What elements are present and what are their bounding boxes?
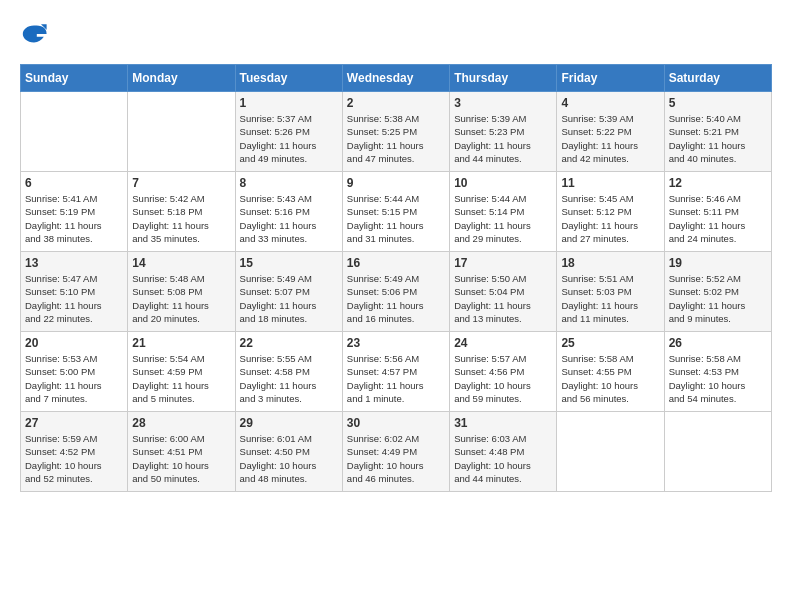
day-number: 13: [25, 256, 123, 270]
day-info: Sunrise: 5:39 AM Sunset: 5:23 PM Dayligh…: [454, 112, 552, 165]
day-number: 4: [561, 96, 659, 110]
day-number: 30: [347, 416, 445, 430]
day-info: Sunrise: 5:44 AM Sunset: 5:15 PM Dayligh…: [347, 192, 445, 245]
calendar-cell: 22Sunrise: 5:55 AM Sunset: 4:58 PM Dayli…: [235, 332, 342, 412]
day-number: 6: [25, 176, 123, 190]
calendar-cell: 24Sunrise: 5:57 AM Sunset: 4:56 PM Dayli…: [450, 332, 557, 412]
day-number: 27: [25, 416, 123, 430]
day-number: 1: [240, 96, 338, 110]
day-info: Sunrise: 5:53 AM Sunset: 5:00 PM Dayligh…: [25, 352, 123, 405]
day-info: Sunrise: 6:02 AM Sunset: 4:49 PM Dayligh…: [347, 432, 445, 485]
header-thursday: Thursday: [450, 65, 557, 92]
day-info: Sunrise: 5:39 AM Sunset: 5:22 PM Dayligh…: [561, 112, 659, 165]
logo: [20, 20, 52, 48]
calendar-cell: 21Sunrise: 5:54 AM Sunset: 4:59 PM Dayli…: [128, 332, 235, 412]
calendar-cell: 6Sunrise: 5:41 AM Sunset: 5:19 PM Daylig…: [21, 172, 128, 252]
day-number: 18: [561, 256, 659, 270]
day-info: Sunrise: 5:45 AM Sunset: 5:12 PM Dayligh…: [561, 192, 659, 245]
calendar-cell: [557, 412, 664, 492]
day-info: Sunrise: 5:58 AM Sunset: 4:53 PM Dayligh…: [669, 352, 767, 405]
header-tuesday: Tuesday: [235, 65, 342, 92]
day-number: 25: [561, 336, 659, 350]
calendar-cell: 9Sunrise: 5:44 AM Sunset: 5:15 PM Daylig…: [342, 172, 449, 252]
calendar-cell: 3Sunrise: 5:39 AM Sunset: 5:23 PM Daylig…: [450, 92, 557, 172]
day-number: 3: [454, 96, 552, 110]
day-number: 29: [240, 416, 338, 430]
calendar-week-row: 1Sunrise: 5:37 AM Sunset: 5:26 PM Daylig…: [21, 92, 772, 172]
day-info: Sunrise: 5:44 AM Sunset: 5:14 PM Dayligh…: [454, 192, 552, 245]
calendar-cell: 28Sunrise: 6:00 AM Sunset: 4:51 PM Dayli…: [128, 412, 235, 492]
calendar-table: SundayMondayTuesdayWednesdayThursdayFrid…: [20, 64, 772, 492]
day-info: Sunrise: 5:55 AM Sunset: 4:58 PM Dayligh…: [240, 352, 338, 405]
day-number: 10: [454, 176, 552, 190]
calendar-week-row: 6Sunrise: 5:41 AM Sunset: 5:19 PM Daylig…: [21, 172, 772, 252]
day-info: Sunrise: 5:58 AM Sunset: 4:55 PM Dayligh…: [561, 352, 659, 405]
day-number: 24: [454, 336, 552, 350]
calendar-cell: 1Sunrise: 5:37 AM Sunset: 5:26 PM Daylig…: [235, 92, 342, 172]
header-wednesday: Wednesday: [342, 65, 449, 92]
calendar-week-row: 13Sunrise: 5:47 AM Sunset: 5:10 PM Dayli…: [21, 252, 772, 332]
day-info: Sunrise: 5:52 AM Sunset: 5:02 PM Dayligh…: [669, 272, 767, 325]
day-info: Sunrise: 5:38 AM Sunset: 5:25 PM Dayligh…: [347, 112, 445, 165]
calendar-cell: [21, 92, 128, 172]
calendar-cell: 16Sunrise: 5:49 AM Sunset: 5:06 PM Dayli…: [342, 252, 449, 332]
logo-icon: [20, 20, 48, 48]
day-number: 11: [561, 176, 659, 190]
day-info: Sunrise: 5:37 AM Sunset: 5:26 PM Dayligh…: [240, 112, 338, 165]
calendar-week-row: 27Sunrise: 5:59 AM Sunset: 4:52 PM Dayli…: [21, 412, 772, 492]
calendar-cell: 7Sunrise: 5:42 AM Sunset: 5:18 PM Daylig…: [128, 172, 235, 252]
day-info: Sunrise: 5:41 AM Sunset: 5:19 PM Dayligh…: [25, 192, 123, 245]
calendar-header-row: SundayMondayTuesdayWednesdayThursdayFrid…: [21, 65, 772, 92]
day-info: Sunrise: 5:40 AM Sunset: 5:21 PM Dayligh…: [669, 112, 767, 165]
day-info: Sunrise: 5:57 AM Sunset: 4:56 PM Dayligh…: [454, 352, 552, 405]
day-info: Sunrise: 5:43 AM Sunset: 5:16 PM Dayligh…: [240, 192, 338, 245]
calendar-cell: 15Sunrise: 5:49 AM Sunset: 5:07 PM Dayli…: [235, 252, 342, 332]
day-info: Sunrise: 5:49 AM Sunset: 5:07 PM Dayligh…: [240, 272, 338, 325]
day-info: Sunrise: 5:49 AM Sunset: 5:06 PM Dayligh…: [347, 272, 445, 325]
calendar-cell: 19Sunrise: 5:52 AM Sunset: 5:02 PM Dayli…: [664, 252, 771, 332]
calendar-cell: 29Sunrise: 6:01 AM Sunset: 4:50 PM Dayli…: [235, 412, 342, 492]
day-info: Sunrise: 5:42 AM Sunset: 5:18 PM Dayligh…: [132, 192, 230, 245]
calendar-cell: 10Sunrise: 5:44 AM Sunset: 5:14 PM Dayli…: [450, 172, 557, 252]
day-number: 19: [669, 256, 767, 270]
calendar-cell: 30Sunrise: 6:02 AM Sunset: 4:49 PM Dayli…: [342, 412, 449, 492]
calendar-cell: 5Sunrise: 5:40 AM Sunset: 5:21 PM Daylig…: [664, 92, 771, 172]
calendar-week-row: 20Sunrise: 5:53 AM Sunset: 5:00 PM Dayli…: [21, 332, 772, 412]
day-number: 15: [240, 256, 338, 270]
day-number: 2: [347, 96, 445, 110]
day-info: Sunrise: 5:50 AM Sunset: 5:04 PM Dayligh…: [454, 272, 552, 325]
calendar-cell: 13Sunrise: 5:47 AM Sunset: 5:10 PM Dayli…: [21, 252, 128, 332]
day-info: Sunrise: 5:46 AM Sunset: 5:11 PM Dayligh…: [669, 192, 767, 245]
calendar-cell: 23Sunrise: 5:56 AM Sunset: 4:57 PM Dayli…: [342, 332, 449, 412]
day-info: Sunrise: 6:00 AM Sunset: 4:51 PM Dayligh…: [132, 432, 230, 485]
calendar-cell: 27Sunrise: 5:59 AM Sunset: 4:52 PM Dayli…: [21, 412, 128, 492]
day-number: 21: [132, 336, 230, 350]
day-number: 26: [669, 336, 767, 350]
day-number: 12: [669, 176, 767, 190]
day-number: 7: [132, 176, 230, 190]
day-number: 17: [454, 256, 552, 270]
day-info: Sunrise: 5:51 AM Sunset: 5:03 PM Dayligh…: [561, 272, 659, 325]
calendar-cell: 17Sunrise: 5:50 AM Sunset: 5:04 PM Dayli…: [450, 252, 557, 332]
calendar-cell: 2Sunrise: 5:38 AM Sunset: 5:25 PM Daylig…: [342, 92, 449, 172]
day-number: 9: [347, 176, 445, 190]
page-header: [20, 20, 772, 48]
day-info: Sunrise: 6:03 AM Sunset: 4:48 PM Dayligh…: [454, 432, 552, 485]
day-number: 20: [25, 336, 123, 350]
day-info: Sunrise: 5:56 AM Sunset: 4:57 PM Dayligh…: [347, 352, 445, 405]
day-info: Sunrise: 5:54 AM Sunset: 4:59 PM Dayligh…: [132, 352, 230, 405]
day-number: 22: [240, 336, 338, 350]
header-sunday: Sunday: [21, 65, 128, 92]
day-number: 31: [454, 416, 552, 430]
day-info: Sunrise: 5:47 AM Sunset: 5:10 PM Dayligh…: [25, 272, 123, 325]
calendar-cell: 12Sunrise: 5:46 AM Sunset: 5:11 PM Dayli…: [664, 172, 771, 252]
day-info: Sunrise: 5:59 AM Sunset: 4:52 PM Dayligh…: [25, 432, 123, 485]
calendar-cell: [128, 92, 235, 172]
day-number: 5: [669, 96, 767, 110]
day-number: 14: [132, 256, 230, 270]
calendar-cell: 31Sunrise: 6:03 AM Sunset: 4:48 PM Dayli…: [450, 412, 557, 492]
calendar-cell: 11Sunrise: 5:45 AM Sunset: 5:12 PM Dayli…: [557, 172, 664, 252]
calendar-cell: 4Sunrise: 5:39 AM Sunset: 5:22 PM Daylig…: [557, 92, 664, 172]
calendar-cell: 8Sunrise: 5:43 AM Sunset: 5:16 PM Daylig…: [235, 172, 342, 252]
header-monday: Monday: [128, 65, 235, 92]
